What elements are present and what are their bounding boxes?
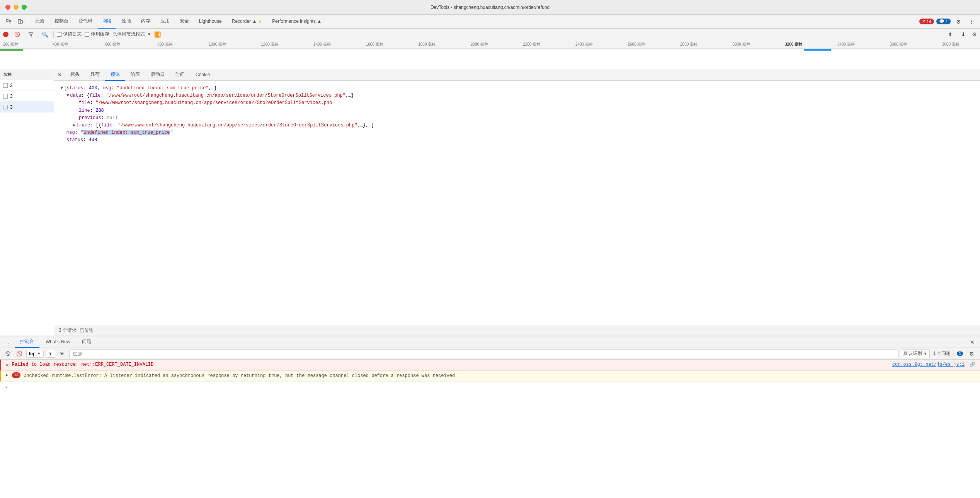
ruler-label-3: 800 毫秒 [139,42,191,47]
detail-tab-headers[interactable]: 标头 [65,69,85,81]
tab-performance-insights[interactable]: Performance insights ▲ [267,15,326,29]
network-settings-button[interactable]: ⚙ [972,31,977,38]
console-close-button[interactable]: ✕ [968,338,977,347]
close-detail-button[interactable]: ✕ [54,70,65,80]
warning-badge[interactable]: 💬 1 [936,19,951,24]
settings-button[interactable]: ⚙ [953,16,964,27]
tab-application[interactable]: 应用 [156,15,174,29]
console-toolbar: 🚫 top ▼ to 👁 默认级别 ▼ 1 个问题： 1 ⚙ [0,348,980,360]
console-prompt-icon: › [5,384,8,390]
console-tab-whats-new[interactable]: What's New [40,336,76,348]
log-level-selector[interactable]: 默认级别 ▼ [901,349,930,358]
svg-rect-4 [18,19,21,23]
request-item-2[interactable]: 3 [0,102,54,113]
error-source-1[interactable]: cdn.oss.9gt.net/js/es.js:1 [892,361,965,368]
tab-console[interactable]: 控制台 [50,15,73,29]
tab-network[interactable]: 网络 [98,15,116,29]
top-context-selector[interactable]: top ▼ [26,350,44,358]
search-button[interactable]: 🔍 [39,29,50,40]
ruler-label-4: 1000 毫秒 [191,42,244,47]
preserve-log-checkbox[interactable] [57,32,61,37]
wifi-icon: 📶 [154,31,161,38]
error-badge[interactable]: ✕ 14 [919,19,934,24]
main-content-area: 名称 3 3 3 ✕ 标头 载 [0,69,980,336]
tab-performance[interactable]: 性能 [117,15,136,29]
download-icon[interactable]: ⬇ [958,29,969,40]
svg-line-8 [7,352,9,355]
tab-recorder[interactable]: Recorder ▲ ▲ [227,15,267,29]
tab-sources[interactable]: 源代码 [74,15,97,29]
preview-content-area: ▼ { status : 400 , msg : "Undefined inde… [54,81,980,325]
expand-toggle-1[interactable]: ▼ [60,85,63,92]
main-toolbar: 元素 控制台 源代码 网络 性能 内存 应用 安全 [0,15,980,29]
console-error-1: ✕ Failed to load resource: net::ERR_CERT… [0,360,980,371]
console-tab-console[interactable]: 控制台 [15,336,39,348]
device-mode-button[interactable] [15,16,26,27]
detail-tab-preview[interactable]: 预览 [105,69,125,81]
maximize-button[interactable] [22,5,27,10]
stream-mode-selector[interactable]: 已停用节流模式 ▼ [112,31,151,38]
detail-tab-response[interactable]: 响应 [125,69,145,81]
detail-panel: ✕ 标头 载荷 预览 响应 启动器 时间 [54,69,980,336]
to-selector[interactable]: to [46,350,55,358]
minimize-button[interactable] [14,5,19,10]
disable-cache-checkbox[interactable] [85,32,89,37]
request-checkbox-1[interactable] [3,94,8,99]
main-tabs: 元素 控制台 源代码 网络 性能 内存 应用 安全 [31,15,326,28]
detail-tab-initiator[interactable]: 启动器 [145,69,170,81]
console-toolbar-right: 默认级别 ▼ 1 个问题： 1 ⚙ [901,348,977,359]
json-line-3: file : "/www/wwwroot/shangcheng.huacuita… [60,99,974,107]
ruler-label-0: 200 毫秒 [3,42,34,47]
detail-tab-payload[interactable]: 载荷 [85,69,105,81]
request-checkbox-0[interactable] [3,83,8,88]
ruler-label-10: 2200 毫秒 [505,42,558,47]
json-line-5: previous : null [60,114,974,122]
expand-toggle-3[interactable]: ▶ [73,122,75,129]
warning-chat-icon: 💬 [939,19,944,24]
warning-count-badge: 13 [12,372,20,378]
warning-expand-arrow[interactable]: ▶ [6,372,8,378]
tab-lighthouse[interactable]: Lighthouse [194,15,226,29]
external-link-icon-1[interactable]: 🔗 [969,361,975,369]
title-bar: DevTools - shangcheng.huacuitang.cn/admi… [0,0,980,15]
tab-security[interactable]: 安全 [175,15,194,29]
record-button[interactable] [3,32,9,37]
toolbar-separator-1 [28,18,28,26]
expand-toggle-2[interactable]: ▼ [66,92,69,99]
console-drag-handle[interactable]: ⋮ [3,337,14,348]
disable-cache-option[interactable]: 停用缓存 [85,31,109,38]
detail-tab-cookies[interactable]: Cookie [190,69,215,81]
console-forbid-button[interactable]: 🚫 [15,349,24,358]
detail-tab-timing[interactable]: 时间 [170,69,190,81]
network-status-bar: 3 个请求 已传输 [54,325,980,336]
console-messages-area: ✕ Failed to load resource: net::ERR_CERT… [0,360,980,498]
tab-memory[interactable]: 内存 [136,15,155,29]
more-options-button[interactable]: ⋮ [966,16,977,27]
console-filter-input[interactable] [69,350,898,358]
toolbar-sep2 [53,31,54,38]
timeline-green-bar [0,49,23,51]
inspect-element-button[interactable] [3,16,14,27]
clear-button[interactable]: 🚫 [12,29,22,40]
tab-elements[interactable]: 元素 [31,15,49,29]
request-item-1[interactable]: 3 [0,91,54,102]
console-tab-issues[interactable]: 问题 [77,336,97,348]
window-controls[interactable] [5,5,27,10]
close-button[interactable] [5,5,10,10]
ruler-label-8: 1800 毫秒 [401,42,453,47]
console-settings-button[interactable]: ⚙ [966,348,977,359]
ruler-label-11: 2400 毫秒 [558,42,611,47]
toolbar-right: ✕ 14 💬 1 ⚙ ⋮ [919,16,977,27]
ruler-label-15: 3200 毫秒 [767,42,820,47]
request-checkbox-2[interactable] [3,105,8,109]
console-clear-button[interactable] [3,349,12,358]
svg-rect-5 [21,20,22,23]
preserve-log-option[interactable]: 保留日志 [57,31,82,38]
window-title: DevTools - shangcheng.huacuitang.cn/admi… [430,5,550,10]
upload-icon[interactable]: ⬆ [945,29,956,40]
filter-button[interactable] [26,29,36,40]
ruler-label-1: 400 毫秒 [34,42,87,47]
console-eye-button[interactable]: 👁 [58,349,67,358]
error-x-icon: ✕ [922,19,926,24]
request-item-0[interactable]: 3 [0,80,54,91]
